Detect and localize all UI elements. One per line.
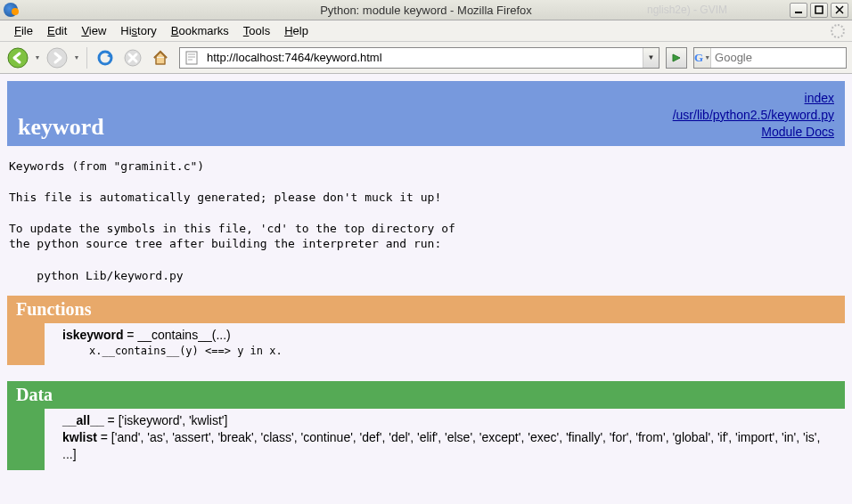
svg-rect-8 (186, 52, 197, 64)
data-kwlist-value: = ['and', 'as', 'assert', 'break', 'clas… (62, 430, 820, 461)
menu-edit[interactable]: Edit (40, 21, 74, 40)
header-links: index /usr/lib/python2.5/keyword.py Modu… (673, 90, 834, 141)
menu-help[interactable]: Help (277, 21, 315, 40)
url-dropdown[interactable]: ▼ (643, 48, 659, 68)
functions-content: iskeyword = __contains__(...) x.__contai… (45, 323, 845, 365)
page-content: keyword index /usr/lib/python2.5/keyword… (0, 74, 852, 504)
stop-button[interactable] (120, 45, 145, 70)
svg-point-4 (8, 48, 28, 68)
menu-edit-label: dit (55, 24, 68, 37)
window-titlebar: Python: module keyword - Mozilla Firefox… (0, 0, 852, 20)
module-docs-link[interactable]: Module Docs (761, 125, 834, 139)
functions-stripe (7, 323, 45, 365)
svg-point-6 (99, 52, 111, 64)
menu-file[interactable]: File (7, 21, 40, 40)
menu-tools-label: ools (249, 24, 270, 37)
page-icon (183, 49, 201, 67)
menu-view-label: iew (89, 24, 107, 37)
menu-tools[interactable]: Tools (236, 21, 277, 40)
menu-file-label: ile (21, 24, 33, 37)
data-stripe (7, 409, 45, 470)
menu-history-label: tory (137, 24, 157, 37)
data-section: __all__ = ['iskeyword', 'kwlist'] kwlist… (7, 409, 845, 470)
url-input[interactable] (203, 49, 643, 66)
home-button[interactable] (148, 45, 173, 70)
module-title: keyword (18, 114, 104, 141)
data-content: __all__ = ['iskeyword', 'kwlist'] kwlist… (45, 409, 845, 470)
menu-bookmarks-label: ookmarks (178, 24, 228, 37)
data-all-value: = ['iskeyword', 'kwlist'] (104, 413, 228, 427)
reload-button[interactable] (93, 45, 118, 70)
close-button[interactable] (831, 3, 848, 18)
index-link[interactable]: index (805, 91, 834, 105)
menu-help-label: elp (293, 24, 308, 37)
separator (86, 47, 87, 69)
back-dropdown[interactable]: ▼ (33, 45, 42, 70)
functions-heading: Functions (7, 296, 845, 323)
search-input[interactable] (711, 49, 852, 66)
source-path-link[interactable]: /usr/lib/python2.5/keyword.py (673, 108, 834, 122)
url-bar[interactable]: ▼ (179, 47, 659, 69)
minimize-button[interactable] (790, 3, 807, 18)
toolbar: ▼ ▼ ▼ G ▼ (0, 42, 852, 74)
function-doc: x.__contains__(y) <==> y in x. (89, 344, 831, 358)
functions-section: iskeyword = __contains__(...) x.__contai… (7, 323, 845, 365)
data-heading: Data (7, 381, 845, 409)
function-name: iskeyword (62, 328, 123, 342)
forward-button[interactable] (45, 45, 70, 70)
go-button[interactable] (666, 47, 687, 69)
search-bar[interactable]: G ▼ (693, 47, 847, 69)
data-all-name: __all__ (62, 413, 104, 427)
menubar: File Edit View History Bookmarks Tools H… (0, 20, 852, 42)
firefox-icon (4, 3, 18, 17)
menu-view[interactable]: View (74, 21, 113, 40)
google-icon: G (694, 51, 703, 65)
svg-point-5 (47, 48, 67, 68)
maximize-button[interactable] (810, 3, 828, 18)
throbber-icon (831, 24, 845, 38)
search-engine-selector[interactable]: G ▼ (694, 48, 711, 68)
background-window-hint: nglish2e) - GVIM (647, 4, 727, 16)
function-signature: = __contains__(...) (123, 328, 230, 342)
module-header: keyword index /usr/lib/python2.5/keyword… (7, 81, 845, 146)
data-kwlist-name: kwlist (62, 430, 97, 444)
forward-dropdown[interactable]: ▼ (72, 45, 81, 70)
menu-bookmarks[interactable]: Bookmarks (164, 21, 236, 40)
menu-history[interactable]: History (113, 21, 163, 40)
back-button[interactable] (5, 45, 30, 70)
module-description: Keywords (from "graminit.c") This file i… (7, 146, 845, 296)
svg-rect-1 (815, 6, 823, 13)
